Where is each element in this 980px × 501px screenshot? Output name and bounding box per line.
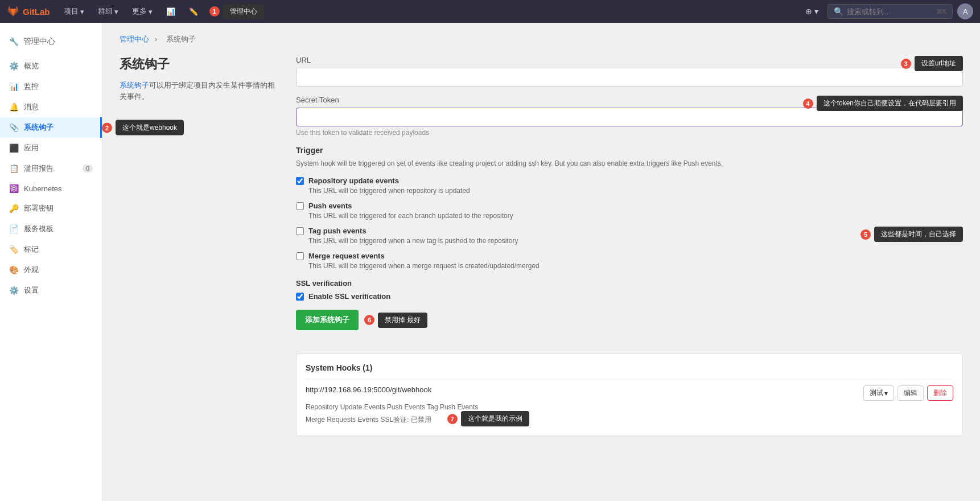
annotation-5: 5 这些都是时间，自己选择 (860, 227, 963, 242)
ssl-checkbox[interactable] (296, 293, 304, 301)
edit-hook-button[interactable]: 编辑 (897, 385, 924, 401)
search-icon: 🔍 (834, 7, 843, 16)
hook-item: http://192.168.96.19:5000/git/webhook 测试… (306, 379, 953, 426)
trigger-group: Trigger System hook will be triggered on… (296, 146, 963, 270)
gitlab-logo[interactable]: GitLab (7, 5, 50, 18)
token-form-group: Secret Token Use this token to validate … (296, 96, 963, 137)
merge-request-label[interactable]: Merge request events (296, 252, 963, 260)
delete-hook-button[interactable]: 删除 (927, 385, 953, 401)
form-buttons: 添加系统钩子 6 禁用掉 最好 (296, 310, 963, 330)
trigger-desc: System hook will be triggered on set of … (296, 158, 963, 169)
url-label: URL (296, 56, 963, 64)
sidebar-item-system-hooks-wrapper: 📎 系统钩子 2 这个就是webhook (0, 117, 102, 138)
test-hook-button[interactable]: 测试 ▾ (863, 385, 894, 401)
sidebar-header: 🔧 管理中心 (0, 32, 102, 56)
annotation-4: 4 这个token你自己顺便设置，在代码层要引用 (803, 96, 963, 111)
tag-push-text: Tag push events (308, 227, 367, 235)
trigger-title: Trigger (296, 146, 963, 155)
sidebar-item-system-hooks[interactable]: 📎 系统钩子 (0, 117, 102, 138)
nav-edit[interactable]: ✏️ (184, 5, 203, 18)
sidebar-item-kubernetes[interactable]: ☸️ Kubernetes (0, 179, 102, 198)
sidebar-item-label: 应用 (24, 143, 39, 153)
hook-tags-2-wrapper: Merge Requests Events SSL验证: 已禁用 7 这个就是我… (306, 411, 953, 426)
url-input[interactable] (296, 68, 963, 87)
settings-icon: ⚙️ (9, 286, 18, 295)
sidebar-item-label: Kubernetes (24, 184, 62, 193)
ssl-label[interactable]: Enable SSL verification (296, 292, 963, 301)
sidebar-item-labels[interactable]: 🏷️ 标记 (0, 239, 102, 260)
gitlab-text: GitLab (23, 7, 50, 17)
annotation-6: 6 禁用掉 最好 (364, 313, 427, 328)
annotation-6-text: 禁用掉 最好 (378, 313, 427, 328)
messages-icon: 🔔 (9, 102, 18, 112)
search-input[interactable] (847, 7, 933, 16)
abuse-badge: 0 (83, 165, 93, 173)
monitor-icon: 📊 (9, 82, 18, 91)
sidebar-item-deploy-keys[interactable]: 🔑 部署密钥 (0, 198, 102, 219)
add-hook-button[interactable]: 添加系统钩子 (296, 310, 359, 330)
abuse-icon: 📋 (9, 164, 18, 173)
sidebar-item-label: 服务模板 (24, 224, 53, 234)
annotation-1-text: 管理中心 (223, 4, 264, 19)
annotation-7-text: 这个就是我的示例 (461, 411, 529, 426)
hooks-icon: 📎 (9, 123, 18, 132)
sidebar-item-apps[interactable]: ⬛ 应用 (0, 138, 102, 158)
page-title: 系统钩子 (120, 56, 279, 73)
hook-actions: 测试 ▾ 编辑 删除 (863, 385, 953, 401)
tag-push-checkbox[interactable] (296, 227, 304, 235)
repo-update-text: Repository update events (308, 176, 399, 185)
sidebar-item-appearance[interactable]: 🎨 外观 (0, 260, 102, 280)
nav-projects[interactable]: 项目 ▾ (59, 4, 89, 19)
merge-request-text: Merge request events (308, 252, 385, 260)
nav-groups[interactable]: 群组 ▾ (93, 4, 123, 19)
sidebar-item-label: 设置 (24, 285, 39, 295)
ssl-label-text: Enable SSL verification (308, 292, 390, 301)
annotation-7: 7 这个就是我的示例 (447, 411, 529, 426)
sidebar-item-abuse[interactable]: 📋 滥用报告 0 (0, 158, 102, 179)
sidebar-item-settings[interactable]: ⚙️ 设置 (0, 280, 102, 301)
nav-more[interactable]: 更多 ▾ (127, 4, 157, 19)
templates-icon: 📄 (9, 224, 18, 233)
annotation-2-text: 这个就是webhook (116, 120, 184, 135)
user-avatar[interactable]: A (957, 3, 973, 19)
checkbox-tag-push: Tag push events This URL will be trigger… (296, 227, 963, 245)
merge-request-desc: This URL will be triggered when a merge … (308, 262, 963, 270)
push-events-label[interactable]: Push events (296, 202, 963, 210)
sidebar-item-label: 外观 (24, 265, 39, 275)
sidebar-item-label: 标记 (24, 244, 39, 254)
nav-stats[interactable]: 📊 (162, 5, 180, 18)
sidebar-item-label: 概览 (24, 61, 39, 71)
sidebar: 🔧 管理中心 ⚙️ 概览 📊 监控 🔔 消息 📎 系统钩子 2 这个就是webh… (0, 23, 102, 501)
search-shortcut: ⌘K (936, 8, 946, 15)
sidebar-item-label: 系统钩子 (24, 122, 53, 133)
push-events-desc: This URL will be triggered for each bran… (308, 212, 963, 220)
sidebar-item-label: 监控 (24, 81, 39, 92)
sidebar-item-label: 消息 (24, 102, 39, 112)
hook-url: http://192.168.96.19:5000/git/webhook (306, 385, 431, 394)
repo-update-checkbox[interactable] (296, 177, 304, 185)
checkbox-repo-update: Repository update events This URL will b… (296, 176, 963, 195)
annotation-2: 2 这个就是webhook (102, 120, 184, 135)
nav-plus[interactable]: ⊕▾ (805, 7, 818, 16)
search-box[interactable]: 🔍 ⌘K (827, 4, 953, 19)
system-hooks-link[interactable]: 系统钩子 (120, 81, 149, 89)
annotation-1-badge: 1 (209, 6, 220, 17)
keys-icon: 🔑 (9, 204, 18, 213)
overview-icon: ⚙️ (9, 61, 18, 71)
hook-tags-2: Merge Requests Events SSL验证: 已禁用 (306, 415, 431, 425)
sidebar-item-label: 部署密钥 (24, 203, 53, 213)
sidebar-item-overview[interactable]: ⚙️ 概览 (0, 56, 102, 76)
annotation-3-text: 设置url地址 (915, 56, 963, 71)
ssl-title: SSL verification (296, 279, 963, 288)
push-events-checkbox[interactable] (296, 202, 304, 210)
breadcrumb-current: 系统钩子 (166, 35, 196, 43)
repo-update-label[interactable]: Repository update events (296, 176, 963, 185)
hooks-list-section: System Hooks (1) http://192.168.96.19:50… (296, 354, 963, 436)
sidebar-item-service-templates[interactable]: 📄 服务模板 (0, 219, 102, 239)
merge-request-checkbox[interactable] (296, 252, 304, 260)
breadcrumb-admin[interactable]: 管理中心 (120, 35, 149, 43)
annotation-4-text: 这个token你自己顺便设置，在代码层要引用 (817, 96, 963, 111)
sidebar-item-messages[interactable]: 🔔 消息 (0, 97, 102, 117)
appearance-icon: 🎨 (9, 265, 18, 274)
sidebar-item-monitor[interactable]: 📊 监控 (0, 76, 102, 97)
